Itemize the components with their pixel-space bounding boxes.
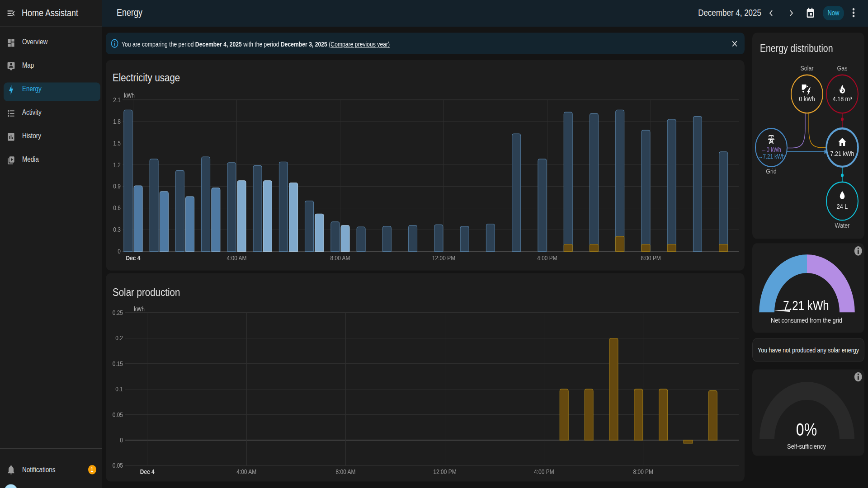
svg-text:4:00 PM: 4:00 PM xyxy=(537,254,557,262)
svg-text:0.1: 0.1 xyxy=(115,385,123,393)
svg-text:0: 0 xyxy=(120,436,123,444)
svg-text:4:00 AM: 4:00 AM xyxy=(236,468,256,475)
svg-text:8:00 AM: 8:00 AM xyxy=(336,468,356,475)
svg-text:8:00 PM: 8:00 PM xyxy=(641,254,661,262)
svg-text:4:00 PM: 4:00 PM xyxy=(534,468,554,475)
svg-text:0.6: 0.6 xyxy=(113,204,121,211)
svg-text:4:00 AM: 4:00 AM xyxy=(227,254,247,262)
svg-text:kWh: kWh xyxy=(124,92,135,99)
svg-text:0.3: 0.3 xyxy=(113,226,121,233)
svg-text:0.2: 0.2 xyxy=(115,334,123,342)
svg-text:0.25: 0.25 xyxy=(113,309,123,316)
svg-text:0.9: 0.9 xyxy=(113,183,121,190)
svg-text:8:00 AM: 8:00 AM xyxy=(330,254,350,262)
svg-text:12:00 PM: 12:00 PM xyxy=(433,468,456,475)
svg-text:0.05: 0.05 xyxy=(113,411,123,418)
svg-text:Dec 4: Dec 4 xyxy=(140,468,155,475)
svg-text:8:00 PM: 8:00 PM xyxy=(633,468,653,475)
svg-text:0.05: 0.05 xyxy=(113,462,123,469)
svg-text:1.2: 1.2 xyxy=(113,161,121,169)
svg-text:2.1: 2.1 xyxy=(113,96,121,103)
svg-text:0: 0 xyxy=(118,248,121,255)
svg-text:12:00 PM: 12:00 PM xyxy=(432,254,455,262)
svg-text:Dec 4: Dec 4 xyxy=(126,254,141,262)
svg-text:kWh: kWh xyxy=(134,305,145,313)
svg-text:1.8: 1.8 xyxy=(113,118,121,125)
svg-text:1.5: 1.5 xyxy=(113,140,121,147)
svg-text:0.15: 0.15 xyxy=(113,360,123,367)
